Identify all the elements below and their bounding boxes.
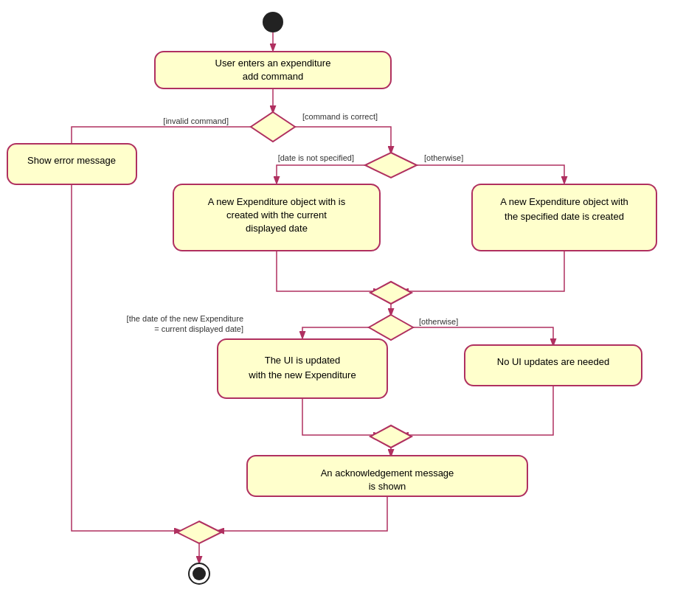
end-node-inner	[193, 567, 206, 580]
decision2-diamond	[365, 153, 417, 178]
label-correct: [command is correct]	[302, 112, 378, 121]
show-error-text1: Show error message	[27, 155, 116, 166]
label-otherwise1: [otherwise]	[424, 153, 463, 162]
create-specified-text2: the specified date is created	[505, 211, 624, 222]
ui-updated-text2: with the new Expenditure	[248, 369, 356, 380]
arrow-d1-d2	[295, 127, 391, 153]
decision5-diamond	[370, 425, 412, 448]
label-invalid: [invalid command]	[163, 117, 229, 125]
ui-updated-box	[218, 339, 387, 398]
enter-command-text2: add command	[243, 71, 303, 82]
create-current-text3: displayed date	[246, 223, 308, 234]
create-current-text2: created with the current	[226, 209, 327, 220]
arrow-create-current-d3	[277, 251, 380, 291]
arrow-ui-d5	[302, 398, 380, 435]
decision3-diamond	[370, 282, 412, 304]
arrow-no-ui-d5	[402, 386, 553, 435]
decision1-diamond	[251, 112, 295, 142]
arrow-d4-ui	[302, 327, 369, 338]
ack-message-text1: An acknowledgement message	[321, 467, 454, 479]
no-ui-text: No UI updates are needed	[497, 356, 610, 367]
create-current-text1: A new Expenditure object with is	[208, 196, 346, 207]
enter-command-text1: User enters an expenditure	[215, 58, 331, 69]
label-otherwise2: [otherwise]	[419, 317, 458, 326]
decision6-diamond	[177, 521, 221, 543]
arrow-error-d6	[72, 184, 181, 531]
ui-updated-text1: The UI is updated	[265, 355, 341, 366]
arrow-create-specified-d3	[402, 251, 564, 291]
arrow-d2-create-current	[277, 165, 365, 183]
decision4-diamond	[369, 315, 413, 340]
arrow-d4-no-ui	[413, 327, 553, 345]
arrow-ack-d6	[218, 496, 387, 531]
arrow-d2-create-specified	[417, 165, 564, 183]
label-date-eq1: [the date of the new Expenditure	[127, 314, 243, 323]
create-specified-text1: A new Expenditure object with	[500, 196, 628, 207]
label-not-specified: [date is not specified]	[278, 153, 354, 162]
start-node	[263, 12, 283, 32]
ack-message-text2: is shown	[369, 481, 406, 492]
activity-diagram: User enters an expenditure add command […	[0, 0, 700, 598]
label-date-eq2: = current displayed date]	[154, 324, 243, 333]
